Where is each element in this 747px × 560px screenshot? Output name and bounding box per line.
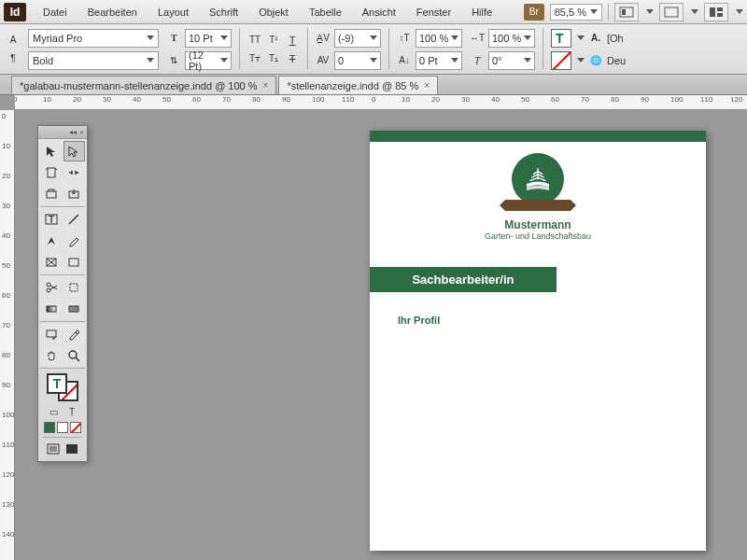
menu-tabelle[interactable]: Tabelle <box>300 3 351 21</box>
close-icon[interactable]: × <box>263 80 269 91</box>
eyedropper-tool[interactable] <box>63 324 86 344</box>
document-page[interactable]: Mustermann Garten- und Landschaftsbau Sa… <box>370 131 706 551</box>
baseline-icon: A↓ <box>397 53 412 68</box>
fill-color[interactable]: T <box>47 373 67 394</box>
leading-icon: ⇅ <box>166 53 181 68</box>
content-collector-tool[interactable] <box>40 184 63 204</box>
chevron-down-icon[interactable] <box>691 9 698 14</box>
logo-emblem-icon <box>512 153 564 205</box>
gradient-swatch-tool[interactable] <box>40 299 63 319</box>
zoom-tool[interactable] <box>63 345 86 366</box>
svg-rect-4 <box>717 7 723 11</box>
subscript-icon[interactable]: T₁ <box>266 51 281 66</box>
font-size-input[interactable]: 10 Pt <box>185 29 232 48</box>
font-weight-select[interactable]: Bold <box>28 51 159 70</box>
apply-gradient-icon[interactable] <box>57 422 68 433</box>
scissors-tool[interactable] <box>40 277 63 298</box>
smallcaps-icon[interactable]: Tᴛ <box>247 51 262 66</box>
chevron-down-icon[interactable] <box>577 58 585 63</box>
control-panel: A ¶ Myriad Pro Bold 𝐓10 Pt ⇅(12 Pt) TTT¹… <box>0 24 747 75</box>
char-style-icon[interactable]: A. <box>588 31 603 46</box>
logo-ribbon <box>505 200 571 211</box>
bridge-icon[interactable]: Br <box>524 4 544 21</box>
svg-rect-20 <box>69 306 78 312</box>
font-family-select[interactable]: Myriad Pro <box>28 29 159 48</box>
kerning-input[interactable]: (-9) <box>334 29 381 48</box>
color-mode-row <box>44 422 81 433</box>
underline-icon[interactable]: T <box>285 33 300 48</box>
svg-rect-3 <box>710 7 715 17</box>
hand-tool[interactable] <box>40 345 63 366</box>
menu-hilfe[interactable]: Hilfe <box>462 3 501 21</box>
container-format-icon[interactable]: ▭ <box>46 404 61 419</box>
menu-layout[interactable]: Layout <box>148 3 198 21</box>
svg-rect-25 <box>49 446 57 452</box>
menu-schrift[interactable]: Schrift <box>200 3 247 21</box>
rectangle-frame-tool[interactable] <box>40 252 63 273</box>
hscale-icon: ↔T <box>470 31 485 46</box>
chevron-down-icon[interactable] <box>736 9 743 14</box>
doc-tab-1[interactable]: *galabau-mustermann-stellenanzeige.indd … <box>11 76 276 94</box>
vscale-input[interactable]: 100 % <box>416 29 462 48</box>
rectangle-tool[interactable] <box>63 252 86 273</box>
gap-tool[interactable] <box>63 162 86 183</box>
screen-mode-icon[interactable] <box>659 3 684 21</box>
chevron-down-icon <box>451 58 458 63</box>
apply-none-icon[interactable] <box>70 422 81 433</box>
chevron-down-icon[interactable] <box>577 35 585 40</box>
svg-rect-5 <box>717 13 723 17</box>
pencil-tool[interactable] <box>63 231 86 251</box>
line-tool[interactable] <box>63 209 86 230</box>
preview-view-icon[interactable] <box>64 441 79 456</box>
chevron-down-icon[interactable] <box>646 9 654 14</box>
direct-selection-tool[interactable] <box>63 141 86 161</box>
horizontal-ruler[interactable]: 0102030405060708090100110010203040506070… <box>15 95 747 110</box>
view-options-icon[interactable] <box>614 3 639 21</box>
strikethrough-icon[interactable]: T <box>285 51 300 66</box>
app-badge: Id <box>4 3 26 21</box>
canvas[interactable]: Mustermann Garten- und Landschaftsbau Sa… <box>15 110 747 560</box>
note-tool[interactable] <box>40 324 63 344</box>
hscale-input[interactable]: 100 % <box>488 29 535 48</box>
chevron-down-icon <box>147 35 154 40</box>
content-placer-tool[interactable] <box>63 184 86 204</box>
paragraph-icon[interactable]: ¶ <box>6 51 21 66</box>
free-transform-tool[interactable] <box>63 277 86 298</box>
close-icon[interactable]: × <box>79 128 84 136</box>
menu-ansicht[interactable]: Ansicht <box>353 3 405 21</box>
normal-view-icon[interactable] <box>46 441 61 456</box>
menu-bearbeiten[interactable]: Bearbeiten <box>78 3 147 21</box>
chevron-down-icon <box>524 58 531 63</box>
allcaps-icon[interactable]: TT <box>247 33 262 48</box>
fill-swatch[interactable] <box>551 29 571 48</box>
gradient-feather-tool[interactable] <box>63 299 86 319</box>
close-icon[interactable]: × <box>424 80 430 91</box>
superscript-icon[interactable]: T¹ <box>266 33 281 48</box>
menu-datei[interactable]: Datei <box>34 3 77 21</box>
svg-line-23 <box>76 357 79 361</box>
svg-text:T: T <box>48 214 54 225</box>
vertical-ruler[interactable]: 0102030405060708090100110120130140 <box>0 110 15 560</box>
tracking-input[interactable]: 0 <box>334 51 381 70</box>
doc-tab-2[interactable]: *stellenanzeige.indd @ 85 %× <box>278 76 438 94</box>
zoom-select[interactable]: 85,5 % <box>550 4 602 21</box>
fill-stroke-proxy[interactable]: T <box>47 373 78 401</box>
baseline-input[interactable]: 0 Pt <box>416 51 462 70</box>
tools-panel[interactable]: ◂◂× T T ▭ T <box>37 125 88 462</box>
apply-color-icon[interactable] <box>44 422 55 433</box>
svg-point-22 <box>69 351 77 358</box>
stroke-swatch[interactable] <box>551 51 571 70</box>
panel-header[interactable]: ◂◂× <box>38 126 87 139</box>
menu-fenster[interactable]: Fenster <box>407 3 460 21</box>
pen-tool[interactable] <box>40 231 63 251</box>
type-tool[interactable]: T <box>40 209 63 230</box>
character-icon[interactable]: A <box>6 33 21 48</box>
arrange-icon[interactable] <box>704 3 728 21</box>
selection-tool[interactable] <box>40 141 63 161</box>
menu-objekt[interactable]: Objekt <box>249 3 298 21</box>
page-tool[interactable] <box>40 162 63 183</box>
skew-input[interactable]: 0° <box>488 51 535 70</box>
leading-input[interactable]: (12 Pt) <box>185 51 232 70</box>
text-format-icon[interactable]: T <box>64 404 79 419</box>
collapse-icon[interactable]: ◂◂ <box>69 128 77 136</box>
